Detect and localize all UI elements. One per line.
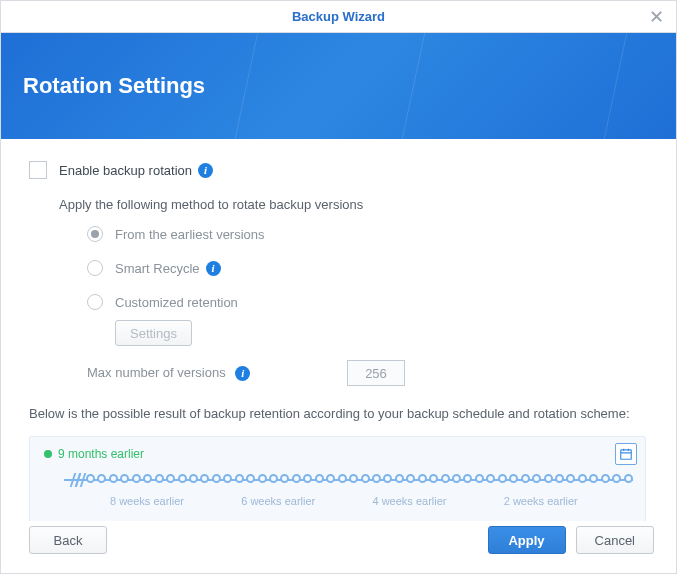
timeline-dot (97, 474, 106, 483)
timeline-dot (326, 474, 335, 483)
max-versions-input[interactable] (347, 360, 405, 386)
time-break-icon (72, 473, 82, 487)
radio-earliest-label: From the earliest versions (115, 227, 265, 242)
timeline-dot (120, 474, 129, 483)
timeline-dot (86, 474, 95, 483)
timeline-dot (303, 474, 312, 483)
timeline-dot (452, 474, 461, 483)
timeline-dot (258, 474, 267, 483)
timeline-dot (189, 474, 198, 483)
timeline-dot (612, 474, 621, 483)
timeline-dot (555, 474, 564, 483)
cancel-button[interactable]: Cancel (576, 526, 654, 554)
timeline-dot (589, 474, 598, 483)
timeline-dot (200, 474, 209, 483)
dot-icon (44, 450, 52, 458)
enable-rotation-row: Enable backup rotation i (29, 161, 646, 179)
timeline-dots (86, 474, 633, 483)
timeline-dot (143, 474, 152, 483)
timeline-label: 2 weeks earlier (504, 495, 635, 507)
calendar-icon[interactable] (615, 443, 637, 465)
timeline-dot (315, 474, 324, 483)
settings-button[interactable]: Settings (115, 320, 192, 346)
timeline-dot (246, 474, 255, 483)
apply-method-text: Apply the following method to rotate bac… (59, 197, 646, 212)
close-button[interactable]: ✕ (636, 1, 676, 32)
radio-row-earliest: From the earliest versions (87, 226, 646, 242)
timeline-dot (498, 474, 507, 483)
window-title: Backup Wizard (1, 9, 676, 24)
timeline-dot (486, 474, 495, 483)
timeline-dot (532, 474, 541, 483)
timeline-dot (235, 474, 244, 483)
earliest-marker: 9 months earlier (44, 447, 635, 461)
timeline-dot (338, 474, 347, 483)
timeline-dot (155, 474, 164, 483)
timeline-dot (578, 474, 587, 483)
earliest-label: 9 months earlier (58, 447, 144, 461)
timeline-dot (361, 474, 370, 483)
info-icon[interactable]: i (235, 366, 250, 381)
timeline-dot (280, 474, 289, 483)
max-versions-row: Max number of versions i (87, 360, 646, 386)
timeline-dot (418, 474, 427, 483)
timeline-label: 8 weeks earlier (110, 495, 241, 507)
radio-smart[interactable] (87, 260, 103, 276)
info-icon[interactable]: i (206, 261, 221, 276)
timeline-dot (212, 474, 221, 483)
enable-rotation-label: Enable backup rotation (59, 163, 192, 178)
timeline-dot (109, 474, 118, 483)
radio-custom[interactable] (87, 294, 103, 310)
timeline-preview: 9 months earlier 8 weeks earlier 6 weeks… (29, 436, 646, 522)
radio-custom-label: Customized retention (115, 295, 238, 310)
radio-row-custom: Customized retention (87, 294, 646, 310)
timeline-dot (429, 474, 438, 483)
banner: Rotation Settings (1, 33, 676, 139)
body: Enable backup rotation i Apply the follo… (1, 139, 676, 521)
timeline-dot (178, 474, 187, 483)
timeline-dot (349, 474, 358, 483)
timeline-dot (406, 474, 415, 483)
backup-wizard-window: Backup Wizard ✕ Rotation Settings Enable… (0, 0, 677, 574)
timeline-track (64, 471, 633, 489)
timeline-dot (292, 474, 301, 483)
titlebar: Backup Wizard ✕ (1, 1, 676, 33)
page-title: Rotation Settings (23, 73, 205, 99)
apply-button[interactable]: Apply (488, 526, 566, 554)
radio-smart-label: Smart Recycle (115, 261, 200, 276)
footer: Back Apply Cancel (1, 521, 676, 573)
radio-row-smart: Smart Recycle i (87, 260, 646, 276)
timeline-dot (395, 474, 404, 483)
back-button[interactable]: Back (29, 526, 107, 554)
enable-rotation-checkbox[interactable] (29, 161, 47, 179)
timeline-dot (383, 474, 392, 483)
timeline-dot (166, 474, 175, 483)
timeline-label: 6 weeks earlier (241, 495, 372, 507)
info-icon[interactable]: i (198, 163, 213, 178)
timeline-dot (463, 474, 472, 483)
explain-text: Below is the possible result of backup r… (29, 404, 646, 424)
timeline-dot (509, 474, 518, 483)
timeline-dot (544, 474, 553, 483)
timeline-dot (132, 474, 141, 483)
timeline-dot (475, 474, 484, 483)
timeline-dot (223, 474, 232, 483)
timeline-dot (601, 474, 610, 483)
scroll-area[interactable]: Enable backup rotation i Apply the follo… (1, 139, 668, 521)
svg-rect-0 (621, 449, 632, 458)
timeline-dot (624, 474, 633, 483)
timeline-label: 4 weeks earlier (373, 495, 504, 507)
timeline-dot (269, 474, 278, 483)
timeline-labels: 8 weeks earlier 6 weeks earlier 4 weeks … (110, 495, 635, 507)
timeline-dot (521, 474, 530, 483)
timeline-dot (566, 474, 575, 483)
max-versions-label: Max number of versions i (87, 365, 347, 381)
rotation-method-group: From the earliest versions Smart Recycle… (87, 226, 646, 346)
timeline-dot (441, 474, 450, 483)
radio-earliest[interactable] (87, 226, 103, 242)
timeline-dot (372, 474, 381, 483)
